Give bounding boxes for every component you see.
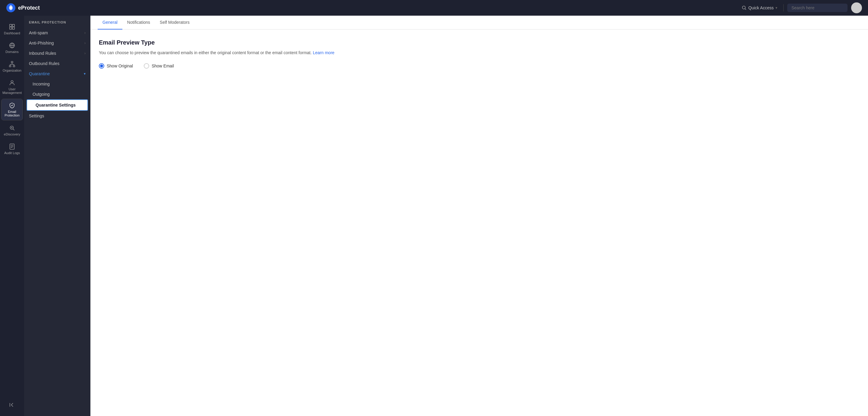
chevron-down-icon: ▾ [775, 6, 777, 10]
radio-show-original[interactable]: Show Original [99, 63, 133, 69]
tabs-bar: General Notifications Self Moderators [90, 16, 868, 30]
sidebar-item-user-management[interactable]: User Management [1, 76, 23, 98]
quick-access-button[interactable]: Quick Access ▾ [739, 4, 780, 11]
content-area: General Notifications Self Moderators Em… [90, 16, 868, 416]
nav-item-anti-spam[interactable]: Anti-spam › [24, 28, 90, 38]
app-logo[interactable]: eProtect [6, 3, 40, 13]
radio-show-email[interactable]: Show Email [144, 63, 174, 69]
svg-rect-10 [9, 66, 11, 67]
content-body: Email Preview Type You can choose to pre… [90, 30, 868, 78]
collapse-icon [9, 402, 16, 408]
svg-rect-14 [10, 144, 14, 149]
domains-icon [9, 42, 16, 49]
svg-rect-5 [10, 27, 12, 29]
nav-item-quarantine-settings[interactable]: Quarantine Settings [27, 99, 88, 111]
organization-icon [9, 61, 16, 67]
nav-item-anti-phishing[interactable]: Anti-Phishing › [24, 38, 90, 48]
svg-rect-9 [11, 61, 13, 63]
chevron-down-icon: ▾ [84, 72, 86, 76]
avatar[interactable] [851, 2, 862, 13]
radio-circle-show-email [144, 63, 149, 69]
radio-circle-show-original [99, 63, 104, 69]
nav-item-inbound-rules[interactable]: Inbound Rules › [24, 48, 90, 59]
sidebar-item-email-protection[interactable]: Email Protection [1, 99, 23, 120]
sidebar-label-ediscovery: eDiscovery [4, 133, 20, 136]
navbar: eProtect Quick Access ▾ [0, 0, 868, 16]
audit-logs-icon [9, 143, 16, 150]
dashboard-icon [9, 24, 16, 30]
sidebar-item-domains[interactable]: Domains [1, 39, 23, 57]
tab-general[interactable]: General [98, 16, 122, 30]
icon-sidebar: Dashboard Domains Organization [0, 16, 24, 416]
nav-item-quarantine[interactable]: Quarantine ▾ [24, 69, 90, 79]
svg-point-12 [11, 81, 13, 83]
search-icon [742, 5, 747, 10]
chevron-right-icon: › [84, 41, 86, 45]
learn-more-link[interactable]: Learn more [313, 50, 335, 55]
nav-item-settings[interactable]: Settings [24, 111, 90, 121]
sidebar-item-dashboard[interactable]: Dashboard [1, 21, 23, 38]
logo-icon [6, 3, 16, 13]
radio-group: Show Original Show Email [99, 63, 860, 69]
sidebar-label-domains: Domains [5, 50, 19, 54]
navbar-right: Quick Access ▾ [739, 2, 862, 13]
nav-sidebar: EMAIL PROTECTION Anti-spam › Anti-Phishi… [24, 16, 90, 416]
ediscovery-icon [9, 125, 16, 131]
chevron-right-icon: › [84, 51, 86, 56]
nav-item-incoming[interactable]: Incoming [24, 79, 90, 89]
svg-point-1 [10, 7, 12, 9]
section-description: You can choose to preview the quarantine… [99, 50, 860, 56]
user-management-icon [9, 79, 16, 86]
sidebar-item-ediscovery[interactable]: eDiscovery [1, 122, 23, 139]
sidebar-collapse-button[interactable] [1, 398, 23, 411]
sidebar-label-audit-logs: Audit Logs [4, 151, 20, 155]
nav-item-outbound-rules[interactable]: Outbound Rules [24, 59, 90, 69]
main-layout: Dashboard Domains Organization [0, 16, 868, 416]
tab-self-moderators[interactable]: Self Moderators [155, 16, 194, 30]
svg-rect-11 [13, 66, 15, 67]
svg-rect-4 [12, 24, 14, 27]
section-title: Email Preview Type [99, 39, 860, 46]
sidebar-label-organization: Organization [3, 69, 22, 72]
sidebar-label-user-management: User Management [2, 87, 22, 95]
nav-sidebar-title: EMAIL PROTECTION [24, 21, 90, 28]
sidebar-item-organization[interactable]: Organization [1, 58, 23, 75]
search-input[interactable] [787, 4, 847, 12]
svg-rect-6 [12, 27, 14, 29]
tab-notifications[interactable]: Notifications [122, 16, 155, 30]
sidebar-label-email-protection: Email Protection [4, 110, 20, 117]
radio-inner-show-original [100, 64, 103, 67]
chevron-right-icon: › [84, 31, 86, 35]
sidebar-item-audit-logs[interactable]: Audit Logs [1, 140, 23, 158]
sidebar-label-dashboard: Dashboard [4, 31, 20, 35]
email-protection-icon [9, 102, 16, 109]
svg-rect-3 [10, 24, 12, 27]
nav-item-outgoing[interactable]: Outgoing [24, 89, 90, 99]
app-name: eProtect [18, 5, 40, 11]
navbar-divider [783, 4, 784, 11]
